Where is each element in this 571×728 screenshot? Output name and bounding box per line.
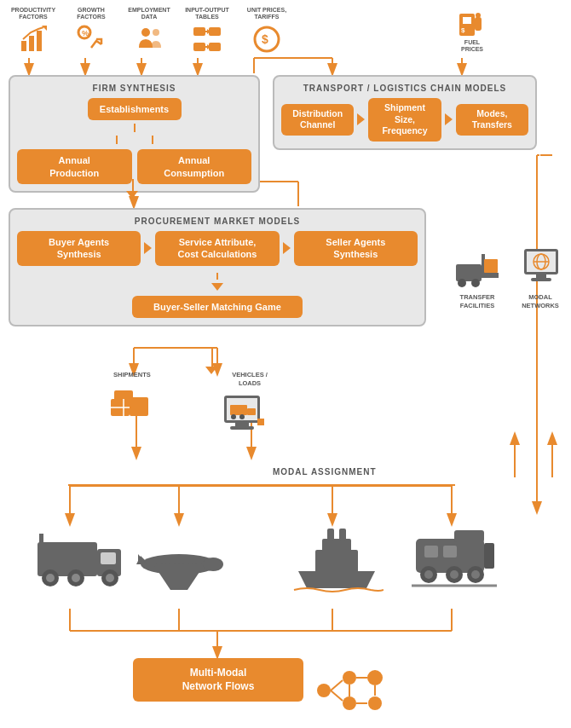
svg-rect-101 <box>339 529 346 540</box>
fuel-prices-input: $ FUELPRICES <box>441 7 503 54</box>
growth-icon: % <box>76 24 107 55</box>
modal-networks-label: MODALNETWORKS <box>510 293 571 310</box>
svg-rect-100 <box>327 529 334 540</box>
procurement-title: PROCUREMENT MARKET MODELS <box>17 217 418 226</box>
firm-synthesis-title: FIRM SYNTHESIS <box>17 84 251 93</box>
vehicles-loads-icon <box>220 391 280 438</box>
svg-rect-85 <box>101 552 116 564</box>
input-output-input: INPUT-OUTPUTTABLES <box>178 7 236 55</box>
train-transport-icon <box>407 522 501 606</box>
svg-rect-42 <box>209 27 221 36</box>
svg-point-97 <box>203 558 223 571</box>
annual-consumption-box: AnnualConsumption <box>137 149 252 184</box>
input-output-icon <box>192 24 222 55</box>
modes-transfers-box: Modes,Transfers <box>456 104 528 136</box>
svg-rect-67 <box>536 274 546 278</box>
growth-factors-input: GROWTHFACTORS % <box>62 7 120 55</box>
svg-point-108 <box>424 570 433 579</box>
network-graph-icon <box>311 665 388 719</box>
modal-networks-section: MODALNETWORKS <box>510 246 571 310</box>
svg-rect-106 <box>484 543 494 569</box>
seller-agents-box: Seller AgentsSynthesis <box>294 231 418 266</box>
unit-prices-input: UNIT PRICES,TARIFFS $ <box>236 7 297 55</box>
svg-rect-68 <box>531 278 551 281</box>
svg-point-78 <box>231 414 236 419</box>
svg-rect-46 <box>209 43 221 51</box>
svg-point-118 <box>368 696 382 710</box>
svg-rect-81 <box>230 426 254 430</box>
shipments-section: SHIPMENTS <box>94 371 170 432</box>
svg-rect-71 <box>130 397 148 416</box>
svg-rect-105 <box>443 546 457 558</box>
svg-rect-33 <box>21 41 26 51</box>
svg-rect-76 <box>230 405 247 415</box>
svg-point-87 <box>46 574 55 582</box>
svg-rect-104 <box>424 546 438 558</box>
svg-text:%: % <box>82 29 89 38</box>
svg-rect-82 <box>257 419 264 425</box>
employment-label: EMPLOYMENTDATA <box>128 7 170 21</box>
productivity-factors-input: PRODUCTIVITYFACTORS <box>4 7 62 55</box>
svg-point-116 <box>343 696 356 710</box>
employment-icon <box>134 24 164 55</box>
employment-data-input: EMPLOYMENTDATA <box>120 7 178 55</box>
fuel-label: FUELPRICES <box>461 39 483 54</box>
svg-rect-61 <box>484 259 498 273</box>
shipments-icon <box>102 382 162 429</box>
svg-rect-45 <box>193 43 205 51</box>
svg-point-39 <box>141 28 150 37</box>
svg-line-120 <box>331 690 343 701</box>
svg-text:$: $ <box>262 32 268 46</box>
productivity-icon <box>18 24 49 55</box>
svg-point-112 <box>471 570 480 579</box>
productivity-label: PRODUCTIVITYFACTORS <box>11 7 55 21</box>
transport-title: TRANSPORT / LOGISTICS CHAIN MODELS <box>281 84 528 93</box>
multimodal-network-flows: Multi-ModalNetwork Flows <box>133 658 303 702</box>
firm-synthesis-section: FIRM SYNTHESIS Establishments AnnualProd… <box>9 75 260 193</box>
svg-rect-92 <box>39 534 43 546</box>
buyer-agents-box: Buyer AgentsSynthesis <box>17 231 141 266</box>
svg-rect-34 <box>29 36 34 51</box>
svg-rect-35 <box>37 31 42 51</box>
modal-assignment-label: MODAL ASSIGNMENT <box>273 467 377 477</box>
svg-marker-94 <box>153 563 205 590</box>
multimodal-label: Multi-ModalNetwork Flows <box>133 658 303 702</box>
svg-rect-52 <box>463 17 471 24</box>
transport-logistics-section: TRANSPORT / LOGISTICS CHAIN MODELS Distr… <box>273 75 537 150</box>
svg-rect-77 <box>247 408 256 415</box>
unit-prices-label: UNIT PRICES,TARIFFS <box>247 7 286 21</box>
svg-point-117 <box>367 670 383 685</box>
input-output-label: INPUT-OUTPUTTABLES <box>185 7 229 21</box>
shipment-size-box: Shipment Size,Frequency <box>368 98 441 142</box>
svg-marker-96 <box>138 554 147 564</box>
svg-point-115 <box>343 671 356 685</box>
svg-rect-103 <box>454 530 484 542</box>
svg-text:$: $ <box>461 26 465 34</box>
unit-prices-icon: $ <box>251 24 282 55</box>
vehicles-loads-label: VEHICLES /LOADS <box>211 371 288 388</box>
fuel-icon: $ <box>454 7 490 39</box>
airplane-transport-icon <box>128 522 230 606</box>
transfer-facilities-icon <box>452 247 503 290</box>
svg-rect-56 <box>456 264 482 281</box>
svg-point-40 <box>153 29 159 36</box>
svg-point-54 <box>476 13 481 18</box>
growth-label: GROWTHFACTORS <box>77 7 105 21</box>
svg-point-79 <box>239 414 245 419</box>
svg-point-110 <box>450 570 459 579</box>
svg-point-91 <box>106 574 114 582</box>
matching-game-box: Buyer-Seller Matching Game <box>132 296 303 318</box>
ship-transport-icon <box>290 520 384 604</box>
transfer-facilities-label: TRANSFERFACILITIES <box>443 293 511 310</box>
truck-transport-icon <box>20 525 123 605</box>
svg-point-59 <box>458 279 466 287</box>
vehicles-loads-section: VEHICLES /LOADS <box>211 371 288 442</box>
svg-rect-80 <box>235 423 249 426</box>
annual-production-box: AnnualProduction <box>17 149 132 184</box>
distribution-channel-box: DistributionChannel <box>281 104 354 136</box>
svg-line-119 <box>331 680 343 690</box>
svg-rect-99 <box>322 539 351 552</box>
svg-rect-53 <box>475 17 482 31</box>
svg-point-89 <box>72 574 80 582</box>
transfer-facilities-section: TRANSFERFACILITIES <box>443 247 511 310</box>
